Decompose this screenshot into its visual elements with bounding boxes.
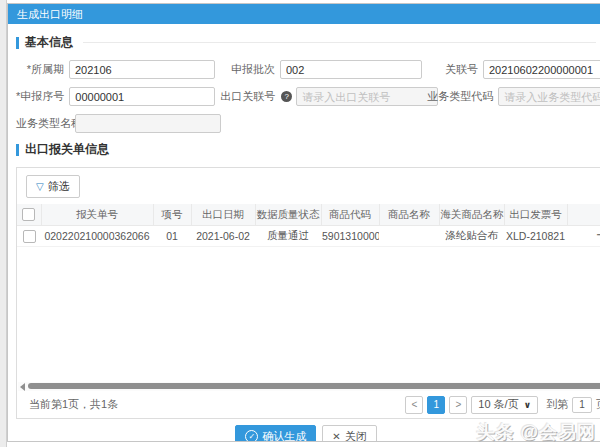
- col-commodity-name: 商品名称: [379, 204, 439, 226]
- field-export-relation-no: 出口关联号 ?: [215, 87, 427, 106]
- cell-commodity-name: [379, 226, 439, 247]
- export-relation-no-label: 出口关联号: [215, 89, 275, 104]
- cell-export-invoice-no: XLD-210821: [504, 226, 567, 247]
- next-page-button[interactable]: >: [449, 396, 467, 414]
- filter-row: ▽ 筛选: [17, 168, 600, 204]
- business-type-name-label: 业务类型名称: [16, 116, 70, 131]
- circle-check-icon: ✓: [245, 430, 258, 442]
- cell-customs-commodity-name: 涤纶贴合布: [439, 226, 504, 247]
- page-1-button[interactable]: 1: [427, 396, 445, 414]
- generate-export-dialog: 生成出口明细 基本信息 *所属期 申报批次 关联号 *申报序号: [7, 3, 600, 442]
- basic-fields-row-1: *所属期 申报批次 关联号: [16, 60, 596, 79]
- declarations-table-wrapper: 报关单号 项号 出口日期 数据质量状态 商品代码 商品名称 海关商品名称 出口发…: [17, 204, 600, 382]
- row-select-cell: [17, 226, 41, 247]
- export-declarations-panel: ▽ 筛选 报关单号 项号 出口日期: [16, 167, 600, 419]
- page-size-select[interactable]: 10 条/页 ∨: [471, 396, 538, 414]
- col-customs-commodity-name: 海关商品名称: [439, 204, 504, 226]
- col-export-invoice-no: 出口发票号: [504, 204, 567, 226]
- jump-to-label: 到第: [546, 397, 568, 412]
- declare-seq-label: *申报序号: [16, 89, 64, 104]
- declare-batch-input[interactable]: [280, 60, 422, 79]
- close-button-label: 关闭: [345, 429, 367, 442]
- basic-fields-row-2: *申报序号 出口关联号 ? 业务类型代码: [16, 87, 596, 106]
- declarations-table: 报关单号 项号 出口日期 数据质量状态 商品代码 商品名称 海关商品名称 出口发…: [17, 204, 600, 247]
- basic-info-section-header: 基本信息: [16, 34, 596, 51]
- cell-trade-mode: 一般: [567, 226, 600, 247]
- cell-export-date: 2021-06-02: [191, 226, 255, 247]
- declare-seq-input[interactable]: [69, 87, 215, 106]
- confirm-generate-label: 确认生成: [262, 429, 306, 442]
- period-input[interactable]: [69, 60, 215, 79]
- col-export-date: 出口日期: [191, 204, 255, 226]
- watermark: 头条 @会易网: [476, 420, 596, 444]
- filter-icon: ▽: [36, 182, 44, 192]
- business-type-code-input[interactable]: [498, 87, 600, 106]
- pagination-summary: 当前第1页，共1条: [29, 397, 118, 412]
- dialog-content: 基本信息 *所属期 申报批次 关联号 *申报序号 出口关联号: [8, 24, 600, 442]
- table-header-row: 报关单号 项号 出口日期 数据质量状态 商品代码 商品名称 海关商品名称 出口发…: [17, 204, 600, 226]
- table-row[interactable]: 020220210000362066 01 2021-06-02 质量通过 59…: [17, 226, 600, 247]
- cell-declaration-no: 020220210000362066: [41, 226, 153, 247]
- cell-item-no: 01: [153, 226, 191, 247]
- basic-info-title: 基本信息: [25, 34, 73, 51]
- scrollbar-thumb[interactable]: [28, 383, 600, 389]
- col-data-quality-status: 数据质量状态: [255, 204, 321, 226]
- select-all-checkbox[interactable]: [22, 208, 35, 221]
- filter-button[interactable]: ▽ 筛选: [26, 175, 80, 198]
- horizontal-scrollbar[interactable]: [18, 382, 600, 391]
- field-period: *所属期: [16, 60, 215, 79]
- jump-page-suffix: 页: [596, 397, 600, 412]
- dialog-title: 生成出口明细: [17, 8, 83, 20]
- col-trade-mode: [567, 204, 600, 226]
- pagination-controls: < 1 > 10 条/页 ∨ 到第 页: [405, 396, 600, 414]
- chevron-down-icon: ∨: [524, 400, 531, 410]
- prev-page-button[interactable]: <: [405, 396, 423, 414]
- dialog-titlebar[interactable]: 生成出口明细: [8, 4, 600, 24]
- jump-page-input[interactable]: [572, 397, 592, 413]
- col-item-no: 项号: [153, 204, 191, 226]
- col-declaration-no: 报关单号: [41, 204, 153, 226]
- period-label: *所属期: [16, 62, 64, 77]
- pagination-bar: 当前第1页，共1条 < 1 > 10 条/页 ∨ 到第 页: [17, 391, 600, 418]
- scroll-left-arrow-icon[interactable]: [20, 383, 25, 391]
- cell-data-quality-status: 质量通过: [255, 226, 321, 247]
- basic-fields-row-3: 业务类型名称: [16, 114, 596, 133]
- section-accent-bar: [16, 144, 19, 156]
- filter-button-label: 筛选: [48, 179, 70, 194]
- section-accent-bar: [16, 37, 19, 49]
- section-divider: [83, 42, 596, 43]
- col-commodity-code: 商品代码: [321, 204, 379, 226]
- page-size-value: 10 条/页: [478, 397, 518, 412]
- help-icon[interactable]: ?: [281, 91, 292, 102]
- field-declare-batch: 申报批次: [215, 60, 422, 79]
- declare-batch-label: 申报批次: [215, 62, 275, 77]
- close-icon: ✕: [332, 431, 340, 442]
- field-relation-no: 关联号: [422, 60, 600, 79]
- relation-no-label: 关联号: [422, 62, 478, 77]
- export-declarations-title: 出口报关单信息: [25, 141, 109, 158]
- cell-commodity-code: 5901310000: [321, 226, 379, 247]
- row-checkbox[interactable]: [23, 230, 36, 243]
- business-type-code-label: 业务类型代码: [427, 89, 493, 104]
- field-business-type-code: 业务类型代码: [427, 87, 600, 106]
- field-declare-seq: *申报序号: [16, 87, 215, 106]
- confirm-generate-button[interactable]: ✓ 确认生成: [235, 425, 316, 442]
- select-all-header-cell: [17, 204, 41, 226]
- export-relation-no-input[interactable]: [296, 87, 438, 106]
- export-declarations-section-header: 出口报关单信息: [16, 141, 596, 158]
- page-left-scroll-strip: [0, 0, 7, 447]
- field-business-type-name: 业务类型名称: [16, 114, 221, 133]
- relation-no-input[interactable]: [483, 60, 600, 79]
- business-type-name-input: [75, 114, 221, 133]
- close-button[interactable]: ✕ 关闭: [322, 425, 376, 442]
